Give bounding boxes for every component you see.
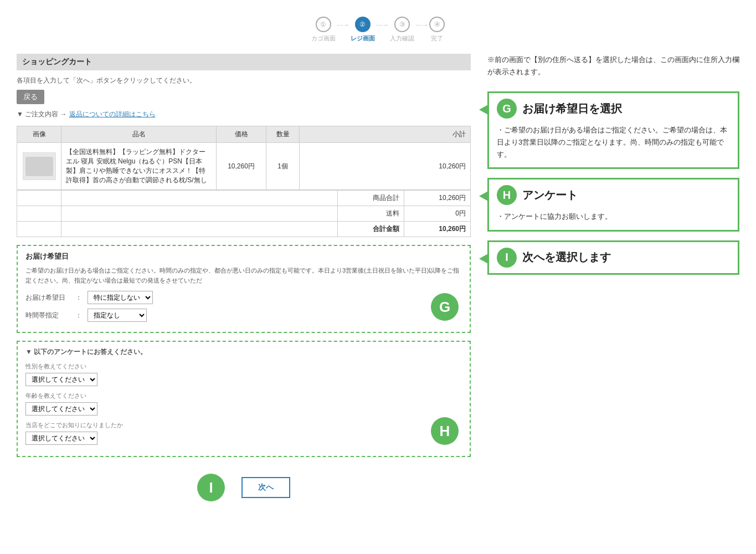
annotation-h-body: アンケートに協力お願いします。: [489, 211, 738, 229]
survey-badge-h: H: [431, 417, 459, 445]
survey-source-label: 当店をどこでお知りになりましたか: [25, 421, 462, 429]
next-badge-i: I: [197, 474, 225, 501]
return-detail-link[interactable]: 返品についての詳細はこちら: [69, 110, 156, 119]
order-info-text: ▼ ご注文内容 →: [17, 110, 67, 119]
order-info-link: ▼ ご注文内容 → 返品についての詳細はこちら: [17, 110, 471, 119]
annotation-box-g: G お届け希望日を選択 ご希望のお届け日がある場合はご指定ください。ご希望の場合…: [487, 91, 739, 169]
shipping-value: 0円: [404, 206, 471, 222]
product-image-placeholder: [23, 152, 56, 180]
subtotal-value: 10,260円: [404, 191, 471, 206]
delivery-time-label: 時間帯指定: [25, 311, 70, 320]
section-title: ショッピングカート: [17, 54, 471, 70]
survey-age-label: 年齢を教えてください: [25, 392, 462, 400]
annotation-box-i: I 次へを選択します: [487, 240, 739, 275]
survey-gender-label: 性別を教えてください: [25, 362, 462, 371]
subtotal-empty-2: [61, 191, 338, 206]
product-image-cell: [17, 143, 61, 190]
survey-age-group: 年齢を教えてください 選択してください 10代以下 20代 30代 40代 50…: [25, 392, 462, 416]
survey-source-select[interactable]: 選択してください 検索エンジン SNS 友人・知人 その他: [25, 432, 97, 445]
step-3-label: 入力確認: [390, 34, 414, 43]
left-panel: ショッピングカート 各項目を入力して「次へ」ボタンをクリックしてください。 戻る…: [17, 54, 471, 510]
total-value: 10,260円: [404, 222, 471, 237]
delivery-time-select[interactable]: 指定なし 午前中 14:00～16:00 16:00～18:00 18:00～2…: [88, 309, 147, 322]
th-qty: 数量: [266, 126, 300, 143]
th-image: 画像: [17, 126, 61, 143]
note-text: ※前の画面で【別の住所へ送る】を選択した場合は、この画面内に住所入力欄が表示され…: [487, 54, 739, 78]
step-3: ③ 入力確認: [390, 17, 414, 43]
annotation-h-badge: H: [497, 185, 517, 205]
th-subtotal: 小計: [300, 126, 471, 143]
step-4-circle: ④: [429, 17, 445, 32]
delivery-date-select[interactable]: 特に指定しない 日付を指定する: [88, 291, 153, 304]
survey-source-group: 当店をどこでお知りになりましたか 選択してください 検索エンジン SNS 友人・…: [25, 421, 462, 445]
table-row: 【全国送料無料】【ラッピング無料】ドクターエル 寝具 安眠枕 Nelgu（ねるぐ…: [17, 143, 471, 190]
annotation-box-h: H アンケート アンケートに協力お願いします。: [487, 178, 739, 231]
intro-text: 各項目を入力して「次へ」ボタンをクリックしてください。: [17, 76, 471, 85]
total-empty-1: [17, 222, 61, 237]
survey-section: ▼ 以下のアンケートにお答えください。 性別を教えてください 選択してください …: [17, 341, 471, 457]
delivery-section: お届け希望日 ご希望のお届け日がある場合はご指定ください。時間のみの指定や、都合…: [17, 245, 471, 333]
next-section: I 次へ: [17, 465, 471, 510]
shipping-empty-1: [17, 206, 61, 222]
survey-age-select[interactable]: 選択してください 10代以下 20代 30代 40代 50代 60代以上: [25, 402, 97, 416]
total-empty-2: [61, 222, 338, 237]
annotation-i-header: I 次へを選択します: [489, 242, 738, 273]
annotation-h-item-0: アンケートに協力お願いします。: [497, 211, 730, 223]
step-1-label: カゴ画面: [311, 34, 336, 43]
product-table: 画像 品名 価格 数量 小計 【全国送料無料】【ラッピング無料】ドクターエル 寝…: [17, 126, 471, 190]
step-arrow-2: ····→: [376, 22, 389, 38]
annotation-g-item-0: ご希望のお届け日がある場合はご指定ください。ご希望の場合は、本日より3営業日以降…: [497, 124, 730, 161]
total-label: 合計金額: [338, 222, 404, 237]
product-qty-cell: 1個: [266, 143, 300, 190]
survey-title: ▼ 以下のアンケートにお答えください。: [25, 347, 462, 357]
step-arrow-1: ····→: [337, 22, 349, 38]
delivery-date-colon: ：: [75, 293, 82, 302]
annotation-h-header: H アンケート: [489, 179, 738, 211]
annotation-h-title: アンケート: [522, 188, 578, 203]
delivery-badge-g: G: [431, 293, 459, 321]
steps-nav: ① カゴ画面 ····→ ② レジ画面 ····→ ③ 入力確認 ····→ ④…: [0, 11, 756, 43]
step-2: ② レジ画面: [351, 17, 375, 43]
total-row: 合計金額 10,260円: [17, 222, 471, 237]
delivery-date-row: お届け希望日 ： 特に指定しない 日付を指定する: [25, 291, 462, 304]
step-3-circle: ③: [394, 17, 410, 32]
survey-gender-group: 性別を教えてください 選択してください 男性 女性: [25, 362, 462, 386]
step-2-circle: ②: [355, 17, 371, 32]
th-price: 価格: [217, 126, 266, 143]
delivery-section-header: お届け希望日: [25, 252, 462, 261]
survey-gender-select[interactable]: 選択してください 男性 女性: [25, 373, 97, 386]
totals-table: 商品合計 10,260円 送料 0円 合計金額 10,260円: [17, 190, 471, 237]
main-layout: ショッピングカート 各項目を入力して「次へ」ボタンをクリックしてください。 戻る…: [0, 54, 756, 510]
right-panel: ※前の画面で【別の住所へ送る】を選択した場合は、この画面内に住所入力欄が表示され…: [471, 54, 739, 510]
annotation-i-badge: I: [497, 248, 517, 268]
step-4-label: 完了: [431, 34, 443, 43]
shipping-label: 送料: [338, 206, 404, 222]
annotation-i-title: 次へを選択します: [522, 250, 611, 265]
product-subtotal-cell: 10,260円: [300, 143, 471, 190]
shipping-empty-2: [61, 206, 338, 222]
delivery-description: ご希望のお届け日がある場合はご指定ください。時間のみの指定や、都合が悪い日のみの…: [25, 266, 462, 285]
step-arrow-3: ····→: [415, 22, 428, 38]
product-name-cell: 【全国送料無料】【ラッピング無料】ドクターエル 寝具 安眠枕 Nelgu（ねるぐ…: [61, 143, 217, 190]
subtotal-empty-1: [17, 191, 61, 206]
step-1-circle: ①: [316, 17, 331, 32]
delivery-time-colon: ：: [75, 311, 82, 320]
subtotal-label: 商品合計: [338, 191, 404, 206]
step-2-label: レジ画面: [351, 34, 375, 43]
annotation-g-header: G お届け希望日を選択: [489, 93, 738, 124]
annotation-g-badge: G: [497, 99, 517, 119]
delivery-time-row: 時間帯指定 ： 指定なし 午前中 14:00～16:00 16:00～18:00…: [25, 309, 462, 322]
step-4: ④ 完了: [429, 17, 445, 43]
th-name: 品名: [61, 126, 217, 143]
back-button[interactable]: 戻る: [17, 90, 44, 104]
annotation-g-body: ご希望のお届け日がある場合はご指定ください。ご希望の場合は、本日より3営業日以降…: [489, 124, 738, 167]
page-wrapper: ① カゴ画面 ····→ ② レジ画面 ····→ ③ 入力確認 ····→ ④…: [0, 0, 756, 554]
step-1: ① カゴ画面: [311, 17, 336, 43]
annotation-g-title: お届け希望日を選択: [522, 101, 622, 116]
subtotal-row: 商品合計 10,260円: [17, 191, 471, 206]
product-price-cell: 10,260円: [217, 143, 266, 190]
delivery-date-label: お届け希望日: [25, 293, 70, 302]
shipping-row: 送料 0円: [17, 206, 471, 222]
next-button[interactable]: 次へ: [241, 477, 290, 498]
